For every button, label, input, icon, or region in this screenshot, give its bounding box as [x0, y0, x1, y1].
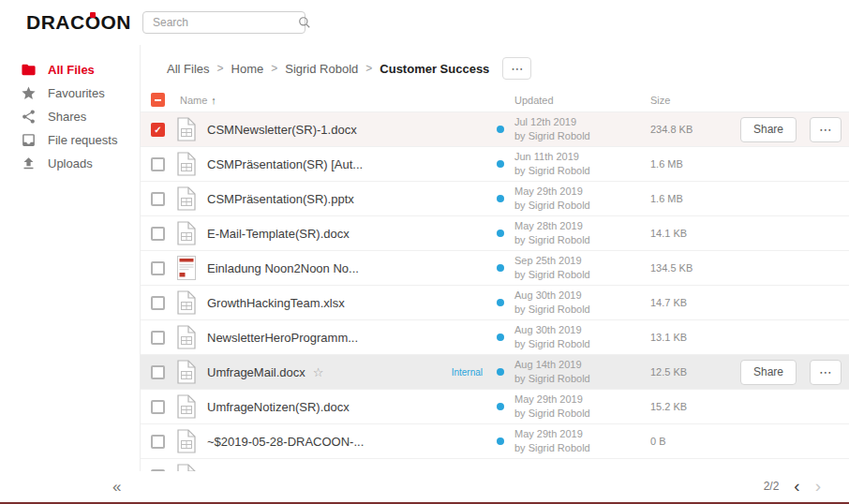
sidebar-item-label: Uploads	[48, 156, 93, 170]
document-file-icon	[177, 186, 196, 211]
sidebar-item-favourites[interactable]: Favourites	[0, 82, 140, 105]
document-file-icon	[177, 429, 196, 453]
name-cell: CSMNewsletter(SR)-1.docx	[207, 123, 486, 137]
row-checkbox[interactable]	[151, 157, 165, 171]
more-cell: ⋯	[797, 117, 842, 142]
share-button[interactable]: Share	[740, 360, 797, 385]
document-file-icon	[177, 394, 196, 419]
file-name[interactable]: NewsletterHeroProgramm...	[207, 331, 358, 345]
file-name[interactable]: E-Mail-Template(SR).docx	[207, 227, 350, 241]
search-icon[interactable]	[298, 16, 311, 29]
breadcrumb-item[interactable]: Sigrid Robold	[285, 62, 358, 76]
updated-date: Jun 11th 2019	[514, 150, 650, 164]
status-dot	[497, 437, 504, 445]
table-row[interactable]: CSMNewsletter(SR)-1.docxJul 12th 2019by …	[141, 112, 849, 147]
sidebar-item-file-requests[interactable]: File requests	[0, 128, 140, 152]
status-dot	[497, 403, 504, 410]
updated-by: by Sigrid Robold	[514, 407, 650, 421]
sidebar-item-uploads[interactable]: Uploads	[0, 152, 140, 175]
size-cell: 0 B	[650, 436, 737, 447]
row-checkbox[interactable]	[151, 435, 165, 449]
status-dot	[497, 334, 504, 341]
column-header-name-label: Name	[180, 95, 207, 106]
column-header-name[interactable]: Name ↑	[180, 95, 514, 106]
updated-cell: May 29th 2019by Sigrid Robold	[514, 185, 650, 213]
table-row[interactable]: NewsletterHeroProgramm...Aug 30th 2019by…	[141, 320, 849, 355]
row-checkbox[interactable]	[151, 331, 165, 345]
next-page-button[interactable]: ›	[815, 479, 821, 494]
size-cell: 14.7 KB	[650, 297, 737, 308]
breadcrumb-item[interactable]: Customer Success	[380, 62, 489, 76]
updated-by: by Sigrid Robold	[514, 268, 650, 282]
share-button[interactable]: Share	[740, 117, 797, 142]
app-logo: DRACOON	[26, 11, 131, 34]
file-name[interactable]: CSMNewsletter(SR)-1.docx	[207, 123, 357, 137]
row-checkbox[interactable]	[151, 296, 165, 310]
file-name[interactable]: Einladung Noon2Noon No...	[207, 261, 359, 275]
file-name[interactable]: CSMPräsentation(SR) [Aut...	[207, 157, 363, 171]
collapse-sidebar-button[interactable]: «	[112, 478, 121, 497]
pagination: 2/2 ‹ ›	[764, 479, 821, 494]
status-cell	[486, 437, 514, 445]
table-row[interactable]: UmfrageNotizen(SR).docxMay 29th 2019by S…	[141, 390, 849, 424]
name-cell: NewsletterHeroProgramm...	[207, 331, 486, 345]
bottom-bar: « 2/2 ‹ ›	[0, 471, 849, 502]
breadcrumb-item[interactable]: All Files	[167, 62, 210, 76]
table-row[interactable]: UmfrageMail.docx☆InternalAug 14th 2019by…	[141, 355, 849, 390]
table-row[interactable]: CSMPräsentation(SR) [Aut...Jun 11th 2019…	[141, 147, 849, 182]
file-name[interactable]: UmfrageMail.docx	[207, 365, 305, 379]
updated-cell: Jul 12th 2019by Sigrid Robold	[514, 115, 650, 143]
size-cell: 134.5 KB	[650, 262, 737, 274]
row-checkbox[interactable]	[151, 192, 165, 206]
breadcrumb-separator: >	[365, 62, 372, 75]
document-file-icon	[177, 117, 196, 141]
row-checkbox[interactable]	[151, 227, 165, 241]
file-name[interactable]: ~$2019-05-28-DRACOON-...	[207, 435, 364, 449]
table-row[interactable]: GrowthHackingTeam.xlsxAug 30th 2019by Si…	[141, 286, 849, 320]
column-header-size[interactable]: Size	[650, 95, 737, 106]
table-row[interactable]: CSMPräsentation(SR).pptxMay 29th 2019by …	[141, 182, 849, 216]
file-name[interactable]: UmfrageNotizen(SR).docx	[207, 400, 350, 414]
sidebar-item-all-files[interactable]: All Files	[0, 58, 140, 82]
prev-page-button[interactable]: ‹	[794, 479, 799, 494]
updated-by: by Sigrid Robold	[514, 303, 650, 317]
row-more-button[interactable]: ⋯	[810, 117, 842, 142]
updated-date: May 29th 2019	[514, 427, 650, 441]
size-cell: 15.2 KB	[650, 401, 737, 412]
file-name[interactable]: GrowthHackingTeam.xlsx	[207, 296, 345, 310]
table-row[interactable]: E-Mail-Template(SR).docxMay 28th 2019by …	[141, 216, 849, 251]
favourite-star-icon[interactable]: ☆	[313, 365, 324, 379]
breadcrumb-item[interactable]: Home	[231, 62, 264, 76]
row-more-button[interactable]: ⋯	[810, 360, 842, 385]
breadcrumb-separator: >	[217, 62, 224, 75]
document-file-icon	[177, 360, 196, 384]
name-cell: ~$2019-05-28-DRACOON-...	[207, 435, 486, 449]
classification-badge: Internal	[452, 367, 486, 378]
status-dot	[497, 299, 504, 306]
size-cell: 234.8 KB	[650, 124, 737, 135]
row-checkbox[interactable]	[151, 400, 165, 414]
row-checkbox[interactable]	[151, 123, 165, 137]
table-row[interactable]: Einladung Noon2Noon No...Sep 25th 2019by…	[141, 251, 849, 286]
select-all-checkbox[interactable]	[151, 93, 165, 107]
column-header-updated[interactable]: Updated	[514, 95, 650, 106]
main-panel: All Files>Home>Sigrid Robold>Customer Su…	[141, 45, 849, 502]
updated-cell: Aug 30th 2019by Sigrid Robold	[514, 289, 650, 317]
row-checkbox[interactable]	[151, 365, 165, 379]
updated-cell: Jun 11th 2019by Sigrid Robold	[514, 150, 650, 178]
sidebar-item-label: Shares	[48, 110, 86, 124]
table-row[interactable]: ~$2019-05-28-DRACOON-...May 29th 2019by …	[141, 424, 849, 459]
row-checkbox[interactable]	[151, 261, 165, 275]
search-input[interactable]	[143, 16, 298, 29]
updated-by: by Sigrid Robold	[514, 372, 650, 386]
status-dot	[497, 230, 504, 237]
status-dot	[497, 264, 504, 272]
search-box[interactable]	[142, 11, 305, 34]
status-cell	[486, 126, 514, 133]
sidebar-item-shares[interactable]: Shares	[0, 105, 140, 128]
updated-date: May 29th 2019	[514, 185, 650, 199]
file-name[interactable]: CSMPräsentation(SR).pptx	[207, 192, 354, 206]
logo-accent-dot	[90, 12, 96, 18]
updated-date: Sep 25th 2019	[514, 254, 650, 268]
breadcrumb-more-button[interactable]: ⋯	[502, 57, 531, 80]
